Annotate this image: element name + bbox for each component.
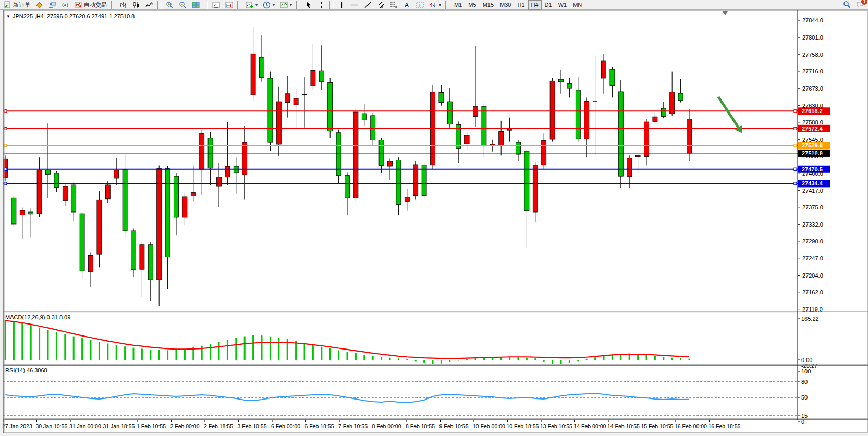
new-chart-button[interactable]: ▾ xyxy=(243,0,260,10)
time-tick-label: 10 Feb 00:00 xyxy=(473,423,505,429)
line-chart-button[interactable] xyxy=(143,0,156,10)
tile-windows-button[interactable] xyxy=(189,0,202,10)
rsi-tick-label: 80 xyxy=(801,379,808,385)
rsi-panel[interactable] xyxy=(3,366,798,418)
price-tick-label: 27204.0 xyxy=(802,272,823,279)
time-tick-label: 6 Feb 00:00 xyxy=(271,423,300,429)
candlestick-button[interactable] xyxy=(130,0,143,10)
svg-text:27572.4: 27572.4 xyxy=(802,126,823,132)
channel-button[interactable]: E xyxy=(374,0,387,10)
profile-button[interactable] xyxy=(46,0,59,10)
timeframe-m1-button[interactable]: M1 xyxy=(451,0,465,10)
time-tick-label: 30 Jan 10:55 xyxy=(36,423,68,429)
price-tick-label: 27375.0 xyxy=(802,204,823,210)
line-handle[interactable] xyxy=(4,127,7,130)
svg-text:27529.8: 27529.8 xyxy=(802,142,823,148)
template-button[interactable]: ▾ xyxy=(277,0,295,10)
new-order-button-label: 新订单 xyxy=(13,1,30,9)
cursor-button[interactable] xyxy=(302,0,315,10)
rsi-tick-label: 15 xyxy=(801,413,808,419)
hline-icon xyxy=(351,1,359,9)
svg-text:27616.2: 27616.2 xyxy=(802,108,823,114)
toolbar-separator xyxy=(157,1,162,9)
vline-icon xyxy=(338,1,346,9)
timeframe-h4-button[interactable]: H4 xyxy=(528,0,542,10)
market-watch-button[interactable] xyxy=(33,0,46,10)
toolbar-separator xyxy=(237,1,241,9)
chart-cross-icon xyxy=(225,1,233,9)
timeframe-m5-button[interactable]: M5 xyxy=(465,0,479,10)
toolbar-group xyxy=(117,0,156,9)
time-tick-label: 10 Feb 18:55 xyxy=(507,423,539,429)
chevron-down-icon[interactable]: ▾ xyxy=(290,3,292,7)
chevron-down-icon[interactable]: ▾ xyxy=(273,3,275,7)
label-button[interactable]: T xyxy=(413,0,426,10)
price-tag-27572.4: 27572.4 xyxy=(798,125,830,132)
chat-button[interactable]: 1 xyxy=(856,1,864,9)
chart-ohlc-values: 27596.0 27620.6 27491.1 27510.8 xyxy=(47,13,135,19)
toolbar-separator xyxy=(296,1,300,9)
line-handle[interactable] xyxy=(794,110,797,113)
search-button[interactable] xyxy=(843,1,851,9)
time-tick-label: 9 Feb 10:55 xyxy=(439,423,469,429)
chart-area[interactable]: 27616.227572.427529.827510.827470.527434… xyxy=(0,10,868,436)
diamond-icon xyxy=(35,1,43,9)
collapse-triangle-icon[interactable]: ▼ xyxy=(6,14,10,19)
chart-title: ▼JPN225-,H4 27596.0 27620.6 27491.1 2751… xyxy=(6,13,135,19)
line-handle[interactable] xyxy=(794,144,797,147)
line-handle[interactable] xyxy=(794,182,797,185)
line-handle[interactable] xyxy=(4,144,7,147)
price-tick-label: 27162.0 xyxy=(802,289,823,295)
hline-button[interactable] xyxy=(348,0,361,10)
price-tick-label: 27716.0 xyxy=(802,68,823,74)
bar-chart-button[interactable] xyxy=(117,0,130,10)
time-tick-label: 2 Feb 00:00 xyxy=(170,423,200,429)
arrows-button[interactable]: ▾ xyxy=(426,0,444,10)
tile-windows-icon xyxy=(192,1,200,9)
trendline-button[interactable] xyxy=(361,0,374,10)
line-handle[interactable] xyxy=(794,127,797,130)
line-handle[interactable] xyxy=(4,168,7,170)
time-tick-label: 15 Feb 10:55 xyxy=(641,423,674,429)
toolbar-separator xyxy=(111,1,115,9)
svg-text:E: E xyxy=(381,6,383,9)
toolbar-group: 新订单自动交易 xyxy=(1,0,109,9)
zoom-out-button[interactable] xyxy=(176,0,189,10)
timeframe-m30-button[interactable]: M30 xyxy=(497,0,514,10)
line-handle[interactable] xyxy=(4,182,7,185)
chevron-down-icon[interactable]: ▾ xyxy=(439,3,441,7)
zoom-in-button[interactable] xyxy=(163,0,176,10)
vline-button[interactable] xyxy=(335,0,348,10)
fibonacci-icon: F xyxy=(390,1,398,9)
toolbar-group: EFAT▾ xyxy=(335,0,444,9)
objects-window-button[interactable] xyxy=(223,0,236,10)
svg-text:27434.4: 27434.4 xyxy=(802,180,823,186)
text-button[interactable]: A xyxy=(400,0,413,10)
fibonacci-button[interactable]: F xyxy=(387,0,400,10)
line-handle[interactable] xyxy=(794,168,797,170)
timeframe-w1-button[interactable]: W1 xyxy=(555,0,570,10)
line-handle[interactable] xyxy=(4,110,7,113)
price-tick-label: 27503.0 xyxy=(802,153,823,159)
line-chart-icon xyxy=(145,1,153,9)
price-tick-label: 27673.0 xyxy=(802,85,823,92)
timeframe-mn-button[interactable]: MN xyxy=(570,0,585,10)
timeframe-d1-button[interactable]: D1 xyxy=(542,0,555,10)
price-tag-27434.4: 27434.4 xyxy=(798,180,830,187)
chevron-down-icon[interactable]: ▾ xyxy=(255,3,258,7)
autotrading-button[interactable]: 自动交易 xyxy=(72,0,109,10)
time-tick-label: 27 Jan 2023 xyxy=(2,423,32,429)
indicators-window-button[interactable] xyxy=(210,0,223,10)
chart-symbol-period: JPN225-,H4 xyxy=(13,13,44,19)
crosshair-button[interactable] xyxy=(315,0,328,10)
time-tick-label: 31 Jan 18:55 xyxy=(103,423,135,429)
cursor-icon xyxy=(304,1,312,9)
toolbar-separator xyxy=(445,1,449,9)
timeframe-h1-button[interactable]: H1 xyxy=(514,0,528,10)
signals-button[interactable] xyxy=(59,0,72,10)
time-tick-label: 16 Feb 18:55 xyxy=(708,423,741,429)
macd-tick-label: 165.22 xyxy=(801,316,819,322)
period-button[interactable]: ▾ xyxy=(260,0,277,10)
new-order-button[interactable]: 新订单 xyxy=(1,0,33,10)
timeframe-m15-button[interactable]: M15 xyxy=(480,0,497,10)
